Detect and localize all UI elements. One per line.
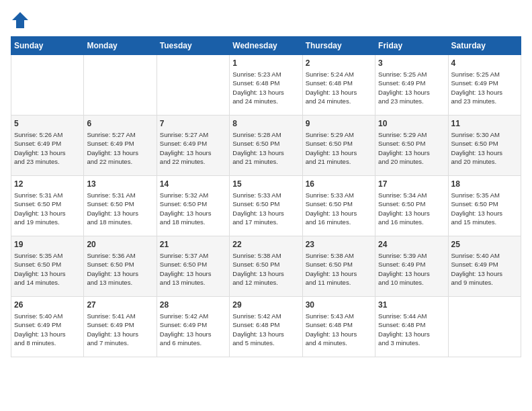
day-number: 20 [87, 240, 153, 249]
day-info: Sunrise: 5:26 AM Sunset: 6:49 PM Dayligh… [14, 130, 81, 166]
calendar-cell: 18Sunrise: 5:35 AM Sunset: 6:50 PM Dayli… [448, 176, 521, 236]
calendar-cell: 29Sunrise: 5:42 AM Sunset: 6:48 PM Dayli… [230, 297, 302, 357]
day-info: Sunrise: 5:23 AM Sunset: 6:48 PM Dayligh… [232, 70, 299, 105]
day-number: 4 [451, 58, 518, 68]
calendar-cell [84, 55, 157, 116]
day-number: 31 [378, 300, 445, 310]
day-number: 24 [378, 240, 445, 249]
page-header [11, 11, 521, 30]
day-info: Sunrise: 5:33 AM Sunset: 6:50 PM Dayligh… [306, 191, 372, 226]
day-number: 16 [306, 179, 372, 189]
day-info: Sunrise: 5:33 AM Sunset: 6:50 PM Dayligh… [232, 191, 299, 226]
col-header-tuesday: Tuesday [157, 37, 229, 55]
day-info: Sunrise: 5:40 AM Sunset: 6:49 PM Dayligh… [14, 312, 81, 347]
week-row-5: 26Sunrise: 5:40 AM Sunset: 6:49 PM Dayli… [11, 297, 521, 357]
day-number: 3 [378, 58, 445, 68]
day-number: 29 [232, 300, 299, 310]
calendar-cell [448, 297, 521, 357]
col-header-sunday: Sunday [11, 37, 84, 55]
col-header-friday: Friday [375, 37, 448, 55]
day-info: Sunrise: 5:29 AM Sunset: 6:50 PM Dayligh… [378, 130, 445, 166]
calendar-cell: 1Sunrise: 5:23 AM Sunset: 6:48 PM Daylig… [230, 55, 302, 116]
calendar-cell: 11Sunrise: 5:30 AM Sunset: 6:50 PM Dayli… [448, 116, 521, 176]
day-number: 22 [232, 240, 299, 249]
calendar-cell: 23Sunrise: 5:38 AM Sunset: 6:50 PM Dayli… [302, 236, 375, 297]
day-number: 21 [160, 240, 226, 249]
day-info: Sunrise: 5:35 AM Sunset: 6:50 PM Dayligh… [451, 191, 518, 226]
day-number: 8 [232, 119, 299, 128]
calendar-cell: 7Sunrise: 5:27 AM Sunset: 6:49 PM Daylig… [157, 116, 229, 176]
col-header-wednesday: Wednesday [230, 37, 302, 55]
day-number: 6 [87, 119, 153, 128]
calendar-cell: 2Sunrise: 5:24 AM Sunset: 6:48 PM Daylig… [302, 55, 375, 116]
calendar-cell: 25Sunrise: 5:40 AM Sunset: 6:49 PM Dayli… [448, 236, 521, 297]
day-info: Sunrise: 5:40 AM Sunset: 6:49 PM Dayligh… [451, 251, 518, 287]
day-number: 23 [306, 240, 372, 249]
day-number: 2 [306, 58, 372, 68]
calendar-cell: 15Sunrise: 5:33 AM Sunset: 6:50 PM Dayli… [230, 176, 302, 236]
day-info: Sunrise: 5:31 AM Sunset: 6:50 PM Dayligh… [14, 191, 81, 226]
day-info: Sunrise: 5:42 AM Sunset: 6:49 PM Dayligh… [160, 312, 226, 347]
calendar-cell: 16Sunrise: 5:33 AM Sunset: 6:50 PM Dayli… [302, 176, 375, 236]
calendar-cell: 26Sunrise: 5:40 AM Sunset: 6:49 PM Dayli… [11, 297, 84, 357]
day-info: Sunrise: 5:28 AM Sunset: 6:50 PM Dayligh… [232, 130, 299, 166]
day-number: 12 [14, 179, 81, 189]
calendar-table: SundayMondayTuesdayWednesdayThursdayFrid… [11, 36, 521, 357]
week-row-4: 19Sunrise: 5:35 AM Sunset: 6:50 PM Dayli… [11, 236, 521, 297]
calendar-cell: 9Sunrise: 5:29 AM Sunset: 6:50 PM Daylig… [302, 116, 375, 176]
day-number: 5 [14, 119, 81, 128]
day-number: 1 [232, 58, 299, 68]
calendar-cell: 21Sunrise: 5:37 AM Sunset: 6:50 PM Dayli… [157, 236, 229, 297]
day-info: Sunrise: 5:25 AM Sunset: 6:49 PM Dayligh… [451, 70, 518, 105]
day-number: 27 [87, 300, 153, 310]
day-number: 15 [232, 179, 299, 189]
day-info: Sunrise: 5:44 AM Sunset: 6:48 PM Dayligh… [378, 312, 445, 347]
day-number: 25 [451, 240, 518, 249]
calendar-cell: 27Sunrise: 5:41 AM Sunset: 6:49 PM Dayli… [84, 297, 157, 357]
calendar-cell: 4Sunrise: 5:25 AM Sunset: 6:49 PM Daylig… [448, 55, 521, 116]
day-info: Sunrise: 5:32 AM Sunset: 6:50 PM Dayligh… [160, 191, 226, 226]
calendar-cell: 5Sunrise: 5:26 AM Sunset: 6:49 PM Daylig… [11, 116, 84, 176]
day-info: Sunrise: 5:25 AM Sunset: 6:49 PM Dayligh… [378, 70, 445, 105]
calendar-cell: 17Sunrise: 5:34 AM Sunset: 6:50 PM Dayli… [375, 176, 448, 236]
calendar-cell: 12Sunrise: 5:31 AM Sunset: 6:50 PM Dayli… [11, 176, 84, 236]
calendar-cell: 10Sunrise: 5:29 AM Sunset: 6:50 PM Dayli… [375, 116, 448, 176]
calendar-cell: 30Sunrise: 5:43 AM Sunset: 6:48 PM Dayli… [302, 297, 375, 357]
day-info: Sunrise: 5:38 AM Sunset: 6:50 PM Dayligh… [232, 251, 299, 287]
day-number: 17 [378, 179, 445, 189]
calendar-cell: 3Sunrise: 5:25 AM Sunset: 6:49 PM Daylig… [375, 55, 448, 116]
day-info: Sunrise: 5:43 AM Sunset: 6:48 PM Dayligh… [306, 312, 372, 347]
day-number: 11 [451, 119, 518, 128]
day-number: 7 [160, 119, 226, 128]
day-number: 9 [306, 119, 372, 128]
day-number: 26 [14, 300, 81, 310]
day-number: 18 [451, 179, 518, 189]
calendar-cell [157, 55, 229, 116]
calendar-cell: 22Sunrise: 5:38 AM Sunset: 6:50 PM Dayli… [230, 236, 302, 297]
week-row-3: 12Sunrise: 5:31 AM Sunset: 6:50 PM Dayli… [11, 176, 521, 236]
day-number: 10 [378, 119, 445, 128]
day-info: Sunrise: 5:24 AM Sunset: 6:48 PM Dayligh… [306, 70, 372, 105]
day-number: 30 [306, 300, 372, 310]
day-info: Sunrise: 5:27 AM Sunset: 6:49 PM Dayligh… [160, 130, 226, 166]
calendar-cell: 14Sunrise: 5:32 AM Sunset: 6:50 PM Dayli… [157, 176, 229, 236]
day-number: 28 [160, 300, 226, 310]
logo-icon [11, 11, 30, 30]
col-header-monday: Monday [84, 37, 157, 55]
day-info: Sunrise: 5:38 AM Sunset: 6:50 PM Dayligh… [306, 251, 372, 287]
week-row-1: 1Sunrise: 5:23 AM Sunset: 6:48 PM Daylig… [11, 55, 521, 116]
day-info: Sunrise: 5:29 AM Sunset: 6:50 PM Dayligh… [306, 130, 372, 166]
calendar-cell: 8Sunrise: 5:28 AM Sunset: 6:50 PM Daylig… [230, 116, 302, 176]
col-header-saturday: Saturday [448, 37, 521, 55]
logo [11, 11, 32, 30]
day-info: Sunrise: 5:36 AM Sunset: 6:50 PM Dayligh… [87, 251, 153, 287]
calendar-cell [11, 55, 84, 116]
svg-marker-0 [12, 12, 28, 28]
col-header-thursday: Thursday [302, 37, 375, 55]
calendar-cell: 20Sunrise: 5:36 AM Sunset: 6:50 PM Dayli… [84, 236, 157, 297]
day-info: Sunrise: 5:27 AM Sunset: 6:49 PM Dayligh… [87, 130, 153, 166]
day-info: Sunrise: 5:41 AM Sunset: 6:49 PM Dayligh… [87, 312, 153, 347]
day-number: 14 [160, 179, 226, 189]
day-info: Sunrise: 5:35 AM Sunset: 6:50 PM Dayligh… [14, 251, 81, 287]
calendar-cell: 31Sunrise: 5:44 AM Sunset: 6:48 PM Dayli… [375, 297, 448, 357]
